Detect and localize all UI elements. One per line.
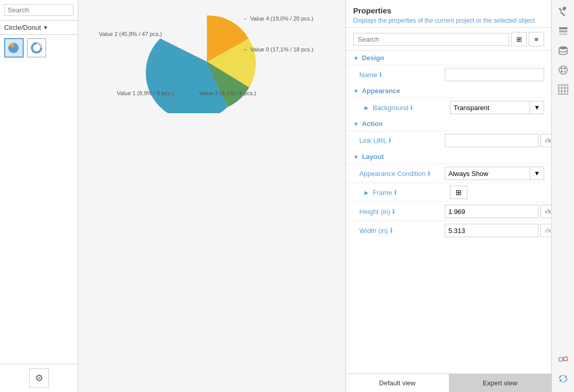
frame-info-icon: ℹ (394, 189, 397, 196)
width-input[interactable] (445, 224, 538, 237)
pie-label-3: Value 3 (9,1% / 9 pcs.) (199, 90, 256, 96)
svg-rect-1 (559, 27, 567, 29)
refresh-btn[interactable] (554, 369, 572, 388)
prop-label-name: Name ℹ (359, 71, 442, 79)
pie-label-2: Value 2 (45,8% / 47 pcs.) (99, 31, 162, 37)
appearance-condition-select-wrap: ▼ (445, 167, 544, 180)
linkurl-fx-btn[interactable]: √x (541, 134, 551, 147)
svg-point-8 (561, 70, 563, 73)
prop-value-width: √x (445, 224, 551, 237)
svg-rect-2 (559, 30, 567, 32)
svg-rect-10 (559, 85, 568, 94)
properties-footer: Default view Expert view (346, 373, 551, 392)
prop-value-linkurl: √x (445, 134, 551, 147)
tools-icon (558, 6, 568, 16)
prop-value-appearance-condition: ▼ (445, 167, 544, 180)
properties-search-input[interactable] (353, 33, 509, 46)
height-input[interactable] (445, 205, 538, 218)
section-header-action[interactable]: ▼ Action (346, 117, 551, 131)
bottom-gear-container: ⚙ (0, 364, 78, 392)
default-view-btn[interactable]: Default view (346, 374, 449, 392)
appearance-condition-dropdown-btn[interactable]: ▼ (530, 167, 544, 180)
collapse-appearance-icon: ▼ (353, 88, 359, 94)
section-header-design[interactable]: ▼ Design (346, 51, 551, 65)
collapse-layout-icon: ▼ (353, 154, 359, 160)
prop-row-width: Width (in) ℹ √x (346, 221, 551, 240)
section-label-layout: Layout (362, 153, 384, 161)
palette-icon (558, 65, 568, 75)
appearance-condition-label-text: Appearance Condition (359, 170, 426, 177)
donut-icon-svg (31, 42, 42, 54)
left-canvas (0, 61, 78, 364)
section-label-design: Design (362, 54, 384, 62)
background-dropdown-btn[interactable]: ▼ (530, 101, 544, 114)
section-header-appearance[interactable]: ▼ Appearance (346, 84, 551, 98)
props-grid-view-btn[interactable]: ⊞ (511, 32, 527, 46)
prop-row-appearance-condition: Appearance Condition ℹ ▼ (346, 164, 551, 183)
layers-icon (558, 26, 568, 36)
frame-label-text: Frame (373, 189, 392, 197)
prop-label-height: Height (in) ℹ (359, 208, 442, 216)
expand-background-arrow: ▶ (364, 105, 369, 111)
section-header-layout[interactable]: ▼ Layout (346, 150, 551, 164)
prop-label-linkurl: Link URL ℹ (359, 137, 442, 145)
prop-value-name (445, 68, 544, 81)
frame-grid-btn[interactable]: ⊞ (450, 186, 467, 199)
width-label-text: Width (in) (359, 227, 388, 235)
pie-label-0: ← Value 0 (17,1% / 18 pcs.) (243, 46, 314, 52)
pie-label-4: ← Value 4 (19,0% / 20 pcs.) (243, 15, 314, 22)
pie-chart-svg (140, 10, 274, 113)
name-label-text: Name (359, 71, 377, 79)
properties-description: Displays the properties of the current p… (353, 17, 544, 24)
height-fx-btn[interactable]: √x (541, 205, 551, 218)
table-btn[interactable] (554, 80, 572, 99)
chart-type-selector[interactable]: Circle/Donut ▼ (0, 21, 78, 35)
chevron-down-icon: ▼ (43, 25, 48, 30)
layers-btn[interactable] (554, 22, 572, 40)
link-btn[interactable] (554, 350, 572, 368)
top-search-container (0, 0, 78, 21)
svg-rect-15 (559, 358, 563, 361)
main-content: Value 2 (45,8% / 47 pcs.) ← Value 4 (19,… (78, 0, 345, 392)
database-btn[interactable] (554, 41, 572, 60)
name-input[interactable] (445, 68, 544, 81)
svg-point-5 (559, 66, 567, 74)
top-search-input[interactable] (4, 4, 74, 16)
iconbar-bottom (554, 350, 572, 392)
section-label-action: Action (362, 120, 382, 128)
refresh-icon (558, 373, 568, 384)
height-info-icon: ℹ (392, 208, 395, 215)
palette-btn[interactable] (554, 61, 572, 79)
properties-header: Properties Displays the properties of th… (346, 0, 551, 28)
prop-label-frame: ▶ Frame ℹ (364, 189, 447, 197)
prop-label-width: Width (in) ℹ (359, 227, 442, 235)
width-fx-btn[interactable]: √x (541, 224, 551, 237)
pie-chart-icon-btn[interactable] (4, 38, 24, 58)
section-label-appearance: Appearance (362, 87, 400, 95)
chart-type-label: Circle/Donut (4, 24, 41, 31)
expert-view-btn[interactable]: Expert view (449, 374, 552, 392)
database-icon (558, 45, 568, 56)
svg-point-4 (559, 46, 567, 49)
props-list-view-btn[interactable]: ≡ (529, 32, 544, 46)
pie-icon-svg (8, 42, 20, 54)
prop-value-frame: ⊞ (450, 186, 544, 199)
pie-label-1: Value 1 (8,9% / 9 pcs.) (117, 90, 173, 96)
prop-label-background: ▶ Background ℹ (364, 104, 447, 112)
svg-point-6 (561, 67, 563, 69)
donut-chart-icon-btn[interactable] (27, 38, 46, 58)
linkurl-input[interactable] (445, 134, 538, 147)
name-info-icon: ℹ (379, 71, 382, 78)
properties-body: ▼ Design Name ℹ ▼ Appearance ▶ Backgroun… (346, 51, 551, 373)
expand-frame-arrow: ▶ (364, 190, 369, 195)
prop-value-height: √x (445, 205, 551, 218)
tools-btn[interactable] (554, 2, 572, 21)
properties-title: Properties (353, 6, 544, 15)
gear-button[interactable]: ⚙ (29, 368, 49, 388)
svg-point-9 (564, 70, 566, 73)
collapse-design-icon: ▼ (353, 55, 359, 61)
prop-row-frame: ▶ Frame ℹ ⊞ (346, 183, 551, 202)
width-info-icon: ℹ (390, 227, 393, 234)
prop-row-linkurl: Link URL ℹ √x (346, 131, 551, 150)
linkurl-info-icon: ℹ (389, 137, 391, 144)
